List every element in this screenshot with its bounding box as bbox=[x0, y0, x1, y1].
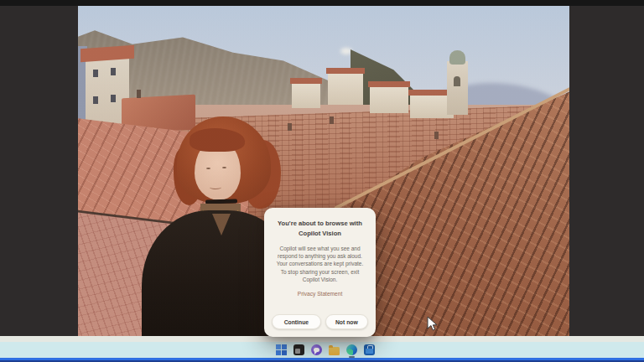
dark-app-icon[interactable] bbox=[293, 344, 304, 355]
photo-tower-window bbox=[454, 76, 460, 86]
photo-building bbox=[328, 73, 363, 105]
photo-window bbox=[111, 95, 116, 102]
photo-building bbox=[292, 83, 320, 108]
woman-hair-fringe bbox=[190, 128, 245, 152]
desktop: You're about to browse with Copilot Visi… bbox=[0, 0, 644, 362]
photo-tower-dome bbox=[449, 50, 465, 65]
file-explorer-icon[interactable] bbox=[329, 347, 340, 355]
edge-browser-icon[interactable] bbox=[346, 344, 357, 355]
photo-roof-cap bbox=[80, 45, 134, 62]
dialog-body-line: Copilot will see what you see and bbox=[270, 245, 370, 252]
photo-window bbox=[93, 96, 98, 104]
photo-chimney bbox=[137, 90, 141, 98]
dialog-title-line2: Copilot Vision bbox=[271, 229, 369, 239]
woman-smile bbox=[210, 185, 221, 189]
chat-icon[interactable] bbox=[311, 344, 322, 355]
taskbar-accent-line bbox=[0, 358, 644, 362]
photo-window bbox=[111, 68, 116, 75]
dialog-title: You're about to browse with Copilot Visi… bbox=[271, 219, 369, 239]
photo-building bbox=[370, 86, 408, 113]
dialog-body-line: To stop sharing your screen, exit bbox=[270, 268, 370, 276]
microsoft-store-icon[interactable] bbox=[364, 344, 375, 355]
dialog-buttons: Continue Not now bbox=[272, 314, 368, 329]
woman-eye bbox=[222, 167, 226, 168]
window-top-strip bbox=[0, 0, 644, 6]
dialog-body-line: Copilot Vision. bbox=[270, 276, 370, 283]
privacy-statement-link[interactable]: Privacy Statement bbox=[271, 291, 369, 297]
photo-chimney bbox=[330, 116, 334, 124]
taskbar-icons bbox=[276, 343, 375, 357]
copilot-vision-dialog: You're about to browse with Copilot Visi… bbox=[264, 208, 376, 337]
taskbar bbox=[0, 342, 644, 358]
continue-button[interactable]: Continue bbox=[272, 314, 321, 329]
taskbar-top-strip bbox=[0, 336, 644, 342]
dialog-body-line: Your conversations are kept private. bbox=[270, 260, 370, 267]
start-button-icon[interactable] bbox=[276, 344, 287, 355]
dialog-body-line: respond to anything you ask aloud. bbox=[270, 252, 370, 260]
photo-window bbox=[93, 70, 98, 77]
photo-bell-tower bbox=[447, 61, 468, 115]
not-now-button[interactable]: Not now bbox=[325, 314, 368, 329]
dialog-body: Copilot will see what you see and respon… bbox=[270, 245, 370, 283]
photo-cloud bbox=[340, 48, 352, 54]
mouse-cursor bbox=[427, 316, 438, 335]
woman-eye bbox=[206, 168, 210, 169]
photo-chimney bbox=[434, 132, 439, 139]
photo-chimney bbox=[288, 123, 292, 131]
dialog-title-line1: You're about to browse with bbox=[271, 219, 369, 229]
